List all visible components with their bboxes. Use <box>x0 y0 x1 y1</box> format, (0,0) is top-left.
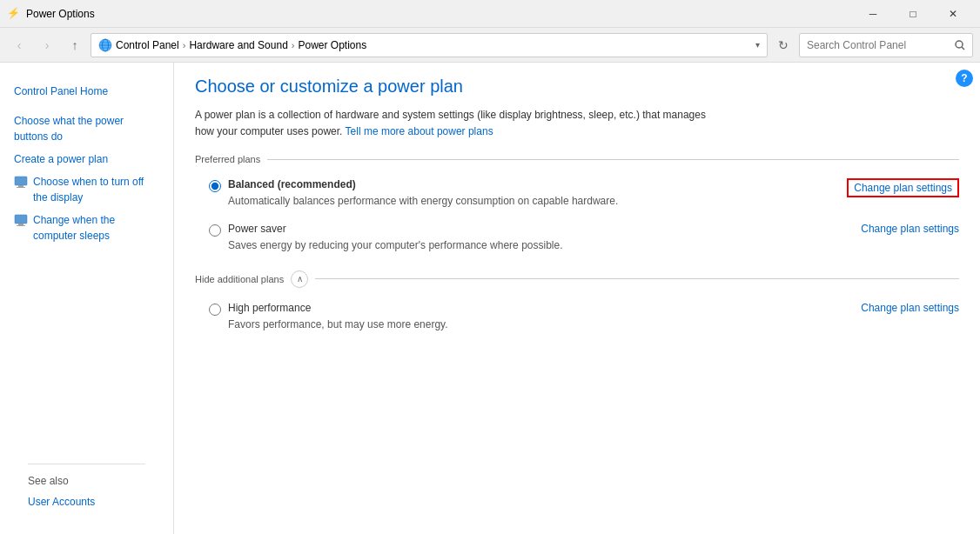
plan-radio-balanced[interactable] <box>209 180 221 192</box>
refresh-button[interactable]: ↻ <box>771 33 795 57</box>
change-plan-link-high-perf[interactable]: Change plan settings <box>847 302 959 314</box>
plan-name-row-balanced: Balanced (recommended) <box>228 178 847 190</box>
plan-desc-high-perf: Favors performance, but may use more ene… <box>228 317 847 332</box>
navigation-bar: ‹ › ↑ Control Panel › Hardware and Sound… <box>0 28 980 63</box>
sidebar-item-sleep-container: Change when the computer sleeps <box>0 209 173 247</box>
change-plan-link-balanced[interactable]: Change plan settings <box>847 178 959 197</box>
search-bar <box>799 33 973 57</box>
close-button[interactable]: ✕ <box>933 0 973 28</box>
sidebar-main-links: Control Panel Home Choose what the power… <box>0 73 173 254</box>
content-area: ? Choose or customize a power plan A pow… <box>174 63 980 534</box>
plan-info-power-saver: Power saver Saves energy by reducing you… <box>228 223 847 253</box>
sidebar-footer: See also User Accounts <box>0 457 173 513</box>
preferred-plans-section: Preferred plans Balanced (recommended) A… <box>195 154 959 260</box>
maximize-button[interactable]: □ <box>893 0 933 28</box>
plan-row-power-saver: Power saver Saves energy by reducing you… <box>195 216 959 260</box>
address-sep-2: › <box>292 40 295 50</box>
svg-rect-8 <box>18 185 23 187</box>
plan-name-power-saver: Power saver <box>228 223 286 235</box>
plan-desc-power-saver: Saves energy by reducing your computer's… <box>228 238 847 253</box>
sidebar-see-also-label: See also <box>14 471 159 491</box>
monitor-icon <box>14 175 28 189</box>
plan-row-high-perf: High performance Favors performance, but… <box>195 295 959 339</box>
window-title: Power Options <box>26 8 95 20</box>
svg-rect-11 <box>18 224 23 225</box>
svg-point-5 <box>956 41 963 48</box>
svg-rect-7 <box>15 177 27 185</box>
svg-rect-9 <box>17 187 25 188</box>
title-bar-controls: ─ □ ✕ <box>853 0 973 28</box>
plan-name-high-perf: High performance <box>228 302 311 314</box>
description-link[interactable]: Tell me more about power plans <box>346 125 493 137</box>
plan-info-balanced: Balanced (recommended) Automatically bal… <box>228 178 847 209</box>
plan-radio-high-perf[interactable] <box>209 304 221 316</box>
address-bar: Control Panel › Hardware and Sound › Pow… <box>91 33 768 57</box>
sidebar-wrapper: Control Panel Home Choose what the power… <box>0 73 173 524</box>
hide-additional-section[interactable]: Hide additional plans ∧ <box>195 270 959 288</box>
page-description: A power plan is a collection of hardware… <box>195 107 717 140</box>
sidebar-item-display-off-container: Choose when to turn off the display <box>0 170 173 209</box>
sidebar-item-display-off[interactable]: Choose when to turn off the display <box>33 174 159 205</box>
sidebar-item-computer-sleeps[interactable]: Change when the computer sleeps <box>33 212 159 244</box>
search-input[interactable] <box>800 39 948 51</box>
address-hardware[interactable]: Hardware and Sound <box>189 39 287 51</box>
minimize-button[interactable]: ─ <box>853 0 893 28</box>
preferred-plans-label: Preferred plans <box>195 154 260 164</box>
plan-name-row-high-perf: High performance <box>228 302 847 314</box>
sidebar-divider <box>28 464 145 464</box>
plan-row-balanced: Balanced (recommended) Automatically bal… <box>195 171 959 216</box>
address-dropdown-arrow[interactable]: ▾ <box>755 40 760 50</box>
collapse-button[interactable]: ∧ <box>291 270 308 288</box>
sleep-icon <box>14 213 28 227</box>
plan-radio-power-saver[interactable] <box>209 224 221 237</box>
sidebar-item-create-plan[interactable]: Create a power plan <box>0 148 173 170</box>
change-plan-link-power-saver[interactable]: Change plan settings <box>847 223 959 235</box>
svg-line-6 <box>962 47 964 50</box>
sidebar-item-user-accounts[interactable]: User Accounts <box>14 491 159 513</box>
sidebar-item-control-panel-home[interactable]: Control Panel Home <box>0 80 173 103</box>
page-title: Choose or customize a power plan <box>195 77 959 97</box>
address-control-panel[interactable]: Control Panel <box>116 39 179 51</box>
svg-rect-10 <box>15 215 27 224</box>
help-button[interactable]: ? <box>956 70 973 87</box>
sidebar-item-power-buttons[interactable]: Choose what the power buttons do <box>0 110 173 148</box>
main-container: Control Panel Home Choose what the power… <box>0 63 980 534</box>
back-button[interactable]: ‹ <box>7 33 31 57</box>
forward-button[interactable]: › <box>35 33 59 57</box>
plan-name-row-power-saver: Power saver <box>228 223 847 235</box>
address-icon <box>98 38 112 52</box>
plan-name-balanced: Balanced (recommended) <box>228 178 356 190</box>
hide-additional-label: Hide additional plans <box>195 274 284 284</box>
sidebar-section-power: Choose what the power buttons do Create … <box>0 110 173 247</box>
address-sep-1: › <box>183 40 186 50</box>
plan-desc-balanced: Automatically balances performance with … <box>228 194 847 209</box>
title-bar: ⚡ Power Options ─ □ ✕ <box>0 0 980 28</box>
svg-rect-12 <box>17 225 25 226</box>
preferred-plans-header: Preferred plans <box>195 154 959 164</box>
up-button[interactable]: ↑ <box>63 33 87 57</box>
search-submit-button[interactable] <box>948 33 972 57</box>
sidebar: Control Panel Home Choose what the power… <box>0 63 174 534</box>
address-power-options[interactable]: Power Options <box>298 39 366 51</box>
plan-info-high-perf: High performance Favors performance, but… <box>228 302 847 332</box>
window-icon: ⚡ <box>7 7 21 21</box>
